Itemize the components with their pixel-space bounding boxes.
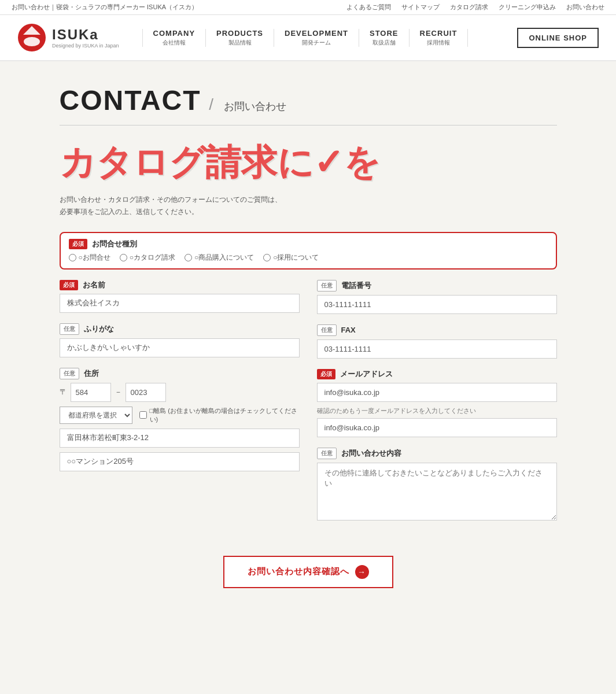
annotation-text: カタログ請求に✓を [60,143,557,182]
topbar-link-contact[interactable]: お問い合わせ [566,3,604,12]
nav-store[interactable]: STORE 取扱店舗 [359,29,410,47]
address-label-row: 任意 住所 [60,368,300,379]
fax-label-row: 任意 FAX [317,324,557,336]
postal-row: 〒 － [60,383,300,402]
annotation-overlay: カタログ請求に✓を [60,143,557,182]
email-label: メールアドレス [340,369,393,379]
phone-optional-badge: 任意 [317,280,337,291]
submit-area: お問い合わせ内容確認へ → [60,556,557,588]
address-optional-badge: 任意 [60,368,79,379]
phone-input[interactable] [317,295,557,314]
logo-area[interactable]: ISUKa Designed by ISUKA in Japan [17,23,119,52]
nav-recruit[interactable]: RECRUIT 採用情報 [410,29,469,47]
fax-optional-badge: 任意 [317,324,337,336]
form-left-col: 必須 お名前 任意 ふりがな 任意 住所 [60,280,300,533]
page-content: CONTACT / お問い合わせ カタログ請求に✓を お問い合わせ・カタログ請求… [48,61,569,623]
email-confirm-note: 確認のためもう一度メールアドレスを入力してください [317,407,557,415]
name-input[interactable] [60,294,300,313]
message-textarea[interactable] [317,463,557,520]
furigana-section: 任意 ふりがな [60,323,300,357]
form-right-col: 任意 電話番号 任意 FAX 必須 メールアドレス [317,280,557,533]
svg-point-1 [24,37,40,46]
radio-inquiry[interactable]: ○お問合せ [69,253,110,263]
page-title-sep: / [209,95,218,113]
form-intro: お問い合わせ・カタログ請求・その他のフォームについてのご質問は、 必要事項をご記… [60,194,557,217]
submit-arrow-icon: → [355,565,369,579]
fax-label: FAX [341,326,356,334]
email-confirm-input[interactable] [317,418,557,437]
postal-prefix: 〒 [60,387,67,397]
message-section: 任意 お問い合わせ内容 [317,448,557,522]
name-label-row: 必須 お名前 [60,280,300,290]
message-label: お問い合わせ内容 [341,448,401,459]
submit-label: お問い合わせ内容確認へ [248,566,349,577]
contact-type-label: お問合せ種別 [92,239,137,249]
email-input[interactable] [317,383,557,402]
radio-purchase[interactable]: ○商品購入について [185,253,254,263]
submit-button[interactable]: お問い合わせ内容確認へ → [223,556,393,588]
phone-label-row: 任意 電話番号 [317,280,557,291]
topbar-link-cleaning[interactable]: クリーニング申込み [499,3,556,12]
top-bar-title: お問い合わせ｜寝袋・シュラフの専門メーカー ISUKA（イスカ） [12,3,198,12]
message-optional-badge: 任意 [317,448,337,459]
fax-section: 任意 FAX [317,324,557,359]
postal-dash: － [115,387,122,397]
logo-text: ISUKa Designed by ISUKA in Japan [52,27,119,49]
email-section: 必須 メールアドレス 確認のためもう一度メールアドレスを入力してください [317,369,557,437]
island-checkbox[interactable] [139,411,147,419]
radio-recruit[interactable]: ○採用について [263,253,319,263]
message-label-row: 任意 お問い合わせ内容 [317,448,557,459]
name-required-badge: 必須 [60,280,78,290]
pref-row: 都道府県を選択 □離島 (お住まいが離島の場合はチェックしてください) [60,407,300,424]
name-label: お名前 [83,280,105,290]
logo-icon [17,23,46,52]
logo-sub: Designed by ISUKA in Japan [52,43,119,49]
contact-type-section: 必須 お問合せ種別 ○お問合せ ○カタログ請求 ○商品購入について ○採用につい… [60,232,557,270]
page-title-ja: お問い合わせ [224,101,286,112]
form-grid: 必須 お名前 任意 ふりがな 任意 住所 [60,280,557,533]
address-label: 住所 [84,368,99,379]
topbar-link-sitemap[interactable]: サイトマップ [401,3,440,12]
furigana-optional-badge: 任意 [60,323,79,335]
page-title-area: CONTACT / お問い合わせ [60,84,557,125]
nav-development[interactable]: DEVELOPMENT 開発チーム [274,29,359,47]
city-input[interactable] [60,429,300,448]
nav-company[interactable]: COMPANY 会社情報 [142,29,206,47]
logo-brand: ISUKa [52,27,119,43]
postal-input-2[interactable] [126,383,166,402]
contact-type-options: ○お問合せ ○カタログ請求 ○商品購入について ○採用について [69,253,548,263]
online-shop-button[interactable]: ONLINE SHOP [517,28,599,48]
address-section: 任意 住所 〒 － 都道府県を選択 □離島 (お [60,368,300,471]
name-section: 必須 お名前 [60,280,300,313]
topbar-link-faq[interactable]: よくあるご質問 [346,3,391,12]
site-header: ISUKa Designed by ISUKA in Japan COMPANY… [0,15,616,61]
contact-type-label-row: 必須 お問合せ種別 [69,239,548,249]
building-input[interactable] [60,452,300,471]
nav-products[interactable]: PRODUCTS 製品情報 [206,29,274,47]
email-label-row: 必須 メールアドレス [317,369,557,379]
furigana-label: ふりがな [84,324,114,334]
topbar-link-catalog[interactable]: カタログ請求 [450,3,488,12]
furigana-label-row: 任意 ふりがな [60,323,300,335]
top-bar: お問い合わせ｜寝袋・シュラフの専門メーカー ISUKA（イスカ） よくあるご質問… [0,0,616,15]
phone-section: 任意 電話番号 [317,280,557,314]
page-title-en: CONTACT [60,85,201,116]
contact-type-required-badge: 必須 [69,239,87,249]
prefecture-select[interactable]: 都道府県を選択 [60,407,132,424]
island-checkbox-label[interactable]: □離島 (お住まいが離島の場合はチェックしてください) [139,407,300,424]
fax-input[interactable] [317,339,557,359]
postal-input-1[interactable] [71,383,111,402]
phone-label: 電話番号 [341,280,371,291]
radio-catalog[interactable]: ○カタログ請求 [120,253,175,263]
main-nav: COMPANY 会社情報 PRODUCTS 製品情報 DEVELOPMENT 開… [142,29,518,47]
top-bar-links: よくあるご質問 サイトマップ カタログ請求 クリーニング申込み お問い合わせ [346,3,604,12]
email-required-badge: 必須 [317,369,335,379]
furigana-input[interactable] [60,338,300,357]
